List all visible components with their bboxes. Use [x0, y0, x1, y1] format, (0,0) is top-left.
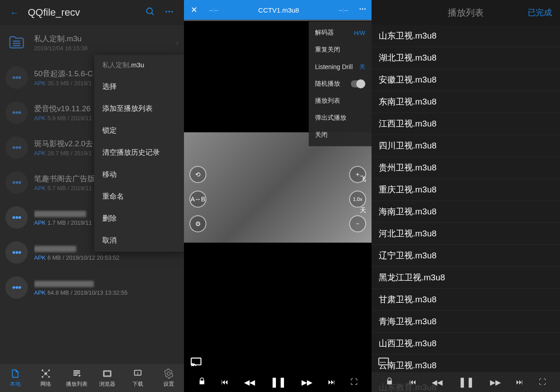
- svg-line-13: [47, 374, 48, 376]
- player-menu-item[interactable]: 随机播放: [309, 75, 372, 92]
- prev-track-button[interactable]: ⏮: [409, 378, 416, 386]
- playlist-item[interactable]: 山西卫视.m3u8: [372, 333, 560, 355]
- player-controls: ⏮ ◀◀ ❚❚ ▶▶ ⏭ ⛶: [184, 372, 372, 392]
- context-menu-item[interactable]: 取消: [94, 230, 184, 252]
- nav-browser[interactable]: 浏览器: [92, 364, 122, 392]
- file-icon: •••: [5, 171, 28, 194]
- playlist-item[interactable]: 甘肃卫视.m3u8: [372, 289, 560, 311]
- page-title: QQfile_recv: [23, 7, 141, 18]
- svg-point-17: [359, 9, 361, 10]
- playlist-title: 播放列表: [448, 7, 484, 19]
- playlist-item[interactable]: 河北卫视.m3u8: [372, 223, 560, 245]
- rewind-button[interactable]: ◀◀: [432, 378, 442, 387]
- lock-icon[interactable]: [385, 377, 394, 387]
- player-menu-item[interactable]: 播放列表: [309, 92, 372, 109]
- context-menu-title: 私人定制.m3u: [94, 55, 184, 76]
- context-menu-item[interactable]: 清空播放历史记录: [94, 142, 184, 164]
- forward-button[interactable]: ▶▶: [490, 378, 501, 387]
- search-icon[interactable]: [141, 7, 160, 19]
- fullscreen-icon[interactable]: ⛶: [539, 378, 546, 386]
- context-menu-item[interactable]: 移动: [94, 164, 184, 186]
- nav-network[interactable]: 网络: [31, 364, 61, 392]
- svg-point-0: [147, 8, 153, 13]
- svg-point-3: [168, 11, 170, 13]
- playlist-item[interactable]: 辽宁卫视.m3u8: [372, 245, 560, 267]
- file-icon: •••: [5, 276, 28, 299]
- playlist-panel: ⟲ A↔B ⚙ ＋ 1.0x － 运营的钱就是 万（元）左右 10:14 2.7…: [372, 0, 560, 392]
- file-icon: •••: [5, 66, 28, 89]
- player-header: ✕ --:-- CCTV1.m3u8 --:--: [184, 0, 372, 20]
- cast-icon[interactable]: [378, 357, 389, 369]
- playlist[interactable]: 山东卫视.m3u8湖北卫视.m3u8安徽卫视.m3u8东南卫视.m3u8江西卫视…: [372, 25, 560, 392]
- fullscreen-icon[interactable]: ⛶: [350, 378, 358, 386]
- context-menu-item[interactable]: 重命名: [94, 186, 184, 208]
- nav-local[interactable]: 本地: [0, 364, 31, 392]
- done-button[interactable]: 已完成: [528, 7, 552, 18]
- rewind-button[interactable]: ◀◀: [244, 378, 255, 387]
- play-pause-button[interactable]: ❚❚: [458, 376, 474, 388]
- video-area[interactable]: ⟲ A↔B ⚙ ＋ 1.0x － 飞 天: [184, 132, 372, 243]
- playlist-item[interactable]: 海南卫视.m3u8: [372, 201, 560, 223]
- file-icon: •••: [5, 136, 28, 159]
- svg-line-12: [44, 374, 45, 376]
- svg-rect-21: [379, 358, 389, 365]
- playlist-header: 播放列表 已完成: [372, 0, 560, 25]
- playlist-item[interactable]: 四川卫视.m3u8: [372, 135, 560, 157]
- lock-icon[interactable]: [198, 377, 206, 387]
- player-menu-item[interactable]: 弹出式播放: [309, 109, 372, 126]
- header: ← QQfile_recv: [0, 0, 184, 25]
- next-track-button[interactable]: ⏭: [516, 378, 523, 386]
- settings-button[interactable]: ⚙: [189, 215, 206, 232]
- playlist-item[interactable]: 江西卫视.m3u8: [372, 113, 560, 135]
- toggle[interactable]: [351, 80, 365, 87]
- close-icon[interactable]: ✕: [184, 0, 204, 20]
- player-menu-item[interactable]: 解码器H/W: [309, 24, 372, 41]
- svg-point-8: [42, 376, 44, 378]
- zoom-out-button[interactable]: －: [349, 215, 366, 232]
- playlist-item[interactable]: 安徽卫视.m3u8: [372, 69, 560, 91]
- svg-point-6: [42, 369, 44, 371]
- prev-track-button[interactable]: ⏮: [221, 378, 228, 386]
- nav-download[interactable]: 下载: [122, 364, 153, 392]
- file-item[interactable]: ••• APK 64.8 MB / 2019/10/13 13:32:55: [0, 270, 184, 305]
- playlist-item[interactable]: 东南卫视.m3u8: [372, 91, 560, 113]
- rotate-button[interactable]: ⟲: [189, 166, 206, 183]
- progress-bar[interactable]: [184, 20, 372, 21]
- forward-button[interactable]: ▶▶: [302, 378, 312, 387]
- playlist-item[interactable]: 山东卫视.m3u8: [372, 25, 560, 47]
- context-menu-item[interactable]: 锁定: [94, 120, 184, 142]
- player-menu-item[interactable]: 重复关闭: [309, 41, 372, 58]
- bottom-nav: 本地 网络 播放列表 浏览器 下载 设置: [0, 364, 184, 392]
- cast-icon[interactable]: [190, 357, 202, 369]
- more-icon[interactable]: [160, 7, 179, 19]
- context-menu-item[interactable]: 删除: [94, 208, 184, 230]
- next-track-button[interactable]: ⏭: [328, 378, 335, 386]
- file-icon: •••: [5, 206, 28, 229]
- playlist-item[interactable]: 黑龙江卫视.m3u8: [372, 267, 560, 289]
- chevron-right-icon: ›: [176, 38, 179, 48]
- context-menu-item[interactable]: 添加至播放列表: [94, 98, 184, 120]
- ab-repeat-button[interactable]: A↔B: [189, 191, 206, 208]
- nav-settings[interactable]: 设置: [153, 364, 184, 392]
- player-menu-item[interactable]: 关闭: [309, 126, 372, 144]
- player-more-icon[interactable]: [354, 5, 372, 15]
- playlist-item[interactable]: 湖北卫视.m3u8: [372, 47, 560, 69]
- nav-playlist[interactable]: 播放列表: [61, 364, 92, 392]
- svg-line-11: [47, 371, 48, 373]
- time-elapsed: --:--: [204, 7, 224, 13]
- context-menu-item[interactable]: 选择: [94, 76, 184, 98]
- svg-point-19: [364, 9, 366, 10]
- playlist-item[interactable]: 重庆卫视.m3u8: [372, 179, 560, 201]
- file-icon: •••: [5, 241, 28, 264]
- file-browser-panel: ← QQfile_recv 私人定制.m3u 2019/12/04 16:15:…: [0, 0, 184, 392]
- player-menu-item[interactable]: Listening Drill关: [309, 58, 372, 75]
- time-remaining: --:--: [333, 7, 354, 13]
- back-icon[interactable]: ←: [5, 8, 23, 18]
- svg-point-18: [362, 9, 363, 10]
- playlist-item[interactable]: 贵州卫视.m3u8: [372, 157, 560, 179]
- context-menu: 私人定制.m3u 选择添加至播放列表锁定清空播放历史记录移动重命名删除取消: [94, 55, 184, 252]
- play-pause-button[interactable]: ❚❚: [270, 376, 286, 388]
- svg-point-9: [48, 376, 50, 378]
- speed-button[interactable]: 1.0x: [349, 191, 366, 208]
- playlist-item[interactable]: 青海卫视.m3u8: [372, 311, 560, 333]
